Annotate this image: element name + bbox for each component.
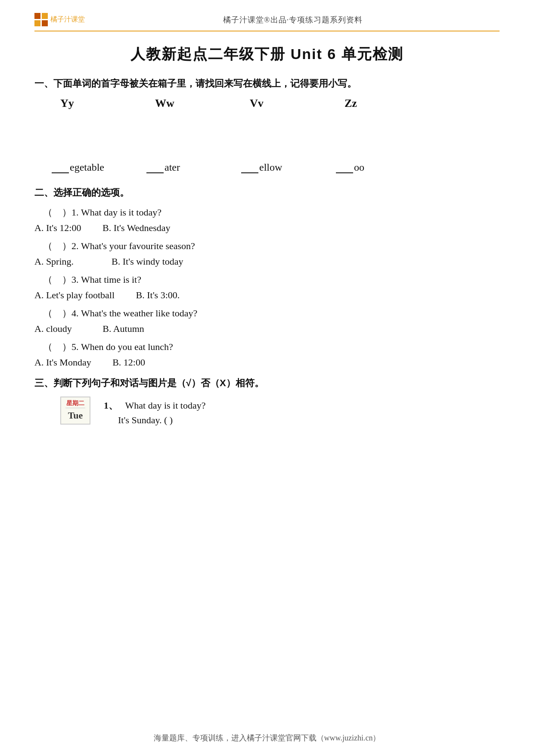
q3-text: （ ）3. What time is it? <box>43 273 500 286</box>
q4-options: A. cloudy B. Autumn <box>34 323 500 334</box>
q1-optB: B. It's Wednesday <box>102 222 171 233</box>
q1-options: A. It's 12:00 B. It's Wednesday <box>34 222 500 234</box>
q2-text: （ ）2. What's your favourite season? <box>43 240 500 253</box>
question-3: （ ）3. What time is it? A. Let's play foo… <box>34 273 500 301</box>
logo-block-4 <box>42 20 48 26</box>
logo-block-2 <box>42 13 48 19</box>
blank-w <box>146 172 164 173</box>
q3-q1-text: What day is it today? <box>125 400 206 411</box>
calendar-day: Tue <box>65 409 85 422</box>
section1-header: 一、下面单词的首字母被关在箱子里，请找回来写在横线上，记得要用小写。 <box>34 77 500 90</box>
letter-yy: Yy <box>60 97 155 110</box>
logo: 橘子汁课堂 <box>34 13 86 26</box>
word-ater: ater <box>146 162 241 173</box>
q3-num: 1、 <box>104 400 118 411</box>
footer: 海量题库、专项训练，进入橘子汁课堂官网下载（www.juzizhi.cn） <box>0 733 534 743</box>
blank-z <box>336 172 353 173</box>
word-ellow: ellow <box>241 162 336 173</box>
q2-options: A. Spring. B. It's windy today <box>34 256 500 267</box>
q5-text: （ ）5. When do you eat lunch? <box>43 341 500 353</box>
q4-text: （ ）4. What's the weather like today? <box>43 307 500 320</box>
q2-number: 2. What's your favourite season? <box>71 241 195 251</box>
question-1: （ ）1. What day is it today? A. It's 12:0… <box>34 206 500 234</box>
q5-number: 5. When do you eat lunch? <box>71 341 173 352</box>
letter-ww: Ww <box>155 97 250 110</box>
q3-optB: B. It's 3:00. <box>136 290 180 300</box>
q5-optA: A. It's Monday <box>34 357 91 368</box>
q4-optB: B. Autumn <box>102 323 144 334</box>
header-title: 橘子汁课堂®出品·专项练习题系列资料 <box>86 15 500 25</box>
q3-number: 3. What time is it? <box>71 274 141 285</box>
q4-number: 4. What's the weather like today? <box>71 308 197 319</box>
calendar-image: 星期二 Tue <box>60 397 90 425</box>
logo-icon <box>34 13 48 26</box>
word-oo: oo <box>336 162 431 173</box>
q1-optA: A. It's 12:00 <box>34 222 81 233</box>
page-header: 橘子汁课堂 橘子汁课堂®出品·专项练习题系列资料 <box>34 9 500 31</box>
letter-vv: Vv <box>250 97 345 110</box>
q3-answer1: It's Sunday. ( ) <box>99 415 205 426</box>
section3-item-1: 星期二 Tue 1、 What day is it today? It's Su… <box>34 397 500 428</box>
q1-number: 1. What day is it today? <box>71 207 161 218</box>
words-row: egetable ater ellow oo <box>52 162 500 173</box>
q2-optB: B. It's windy today <box>112 256 183 267</box>
letter-zz: Zz <box>345 97 439 110</box>
section2-header: 二、选择正确的选项。 <box>34 186 500 199</box>
main-title: 人教新起点二年级下册 Unit 6 单元检测 <box>34 44 500 64</box>
logo-block-3 <box>34 20 40 26</box>
calendar-title: 星期二 <box>65 399 85 408</box>
q3-options: A. Let's play football B. It's 3:00. <box>34 290 500 301</box>
q2-optA: A. Spring. <box>34 256 74 267</box>
logo-text: 橘子汁课堂 <box>50 15 85 24</box>
q5-optB: B. 12:00 <box>112 357 145 368</box>
q3-question1: 1、 What day is it today? <box>99 399 205 412</box>
q5-options: A. It's Monday B. 12:00 <box>34 357 500 368</box>
section3-questions: 1、 What day is it today? It's Sunday. ( … <box>99 397 205 428</box>
blank-y <box>241 172 258 173</box>
logo-block-1 <box>34 13 40 19</box>
q4-optA: A. cloudy <box>34 323 72 334</box>
section3-header: 三、判断下列句子和对话与图片是（√）否（X）相符。 <box>34 377 500 390</box>
question-2: （ ）2. What's your favourite season? A. S… <box>34 240 500 267</box>
q1-text: （ ）1. What day is it today? <box>43 206 500 219</box>
question-5: （ ）5. When do you eat lunch? A. It's Mon… <box>34 341 500 368</box>
question-4: （ ）4. What's the weather like today? A. … <box>34 307 500 334</box>
section3-content: 星期二 Tue 1、 What day is it today? It's Su… <box>34 397 500 428</box>
q3-a1-text: It's Sunday. ( ) <box>118 415 173 425</box>
word-egetable: egetable <box>52 162 146 173</box>
blank-v <box>52 172 69 173</box>
letters-row: Yy Ww Vv Zz <box>60 97 500 110</box>
blank-area <box>34 127 500 153</box>
q3-optA: A. Let's play football <box>34 290 115 300</box>
